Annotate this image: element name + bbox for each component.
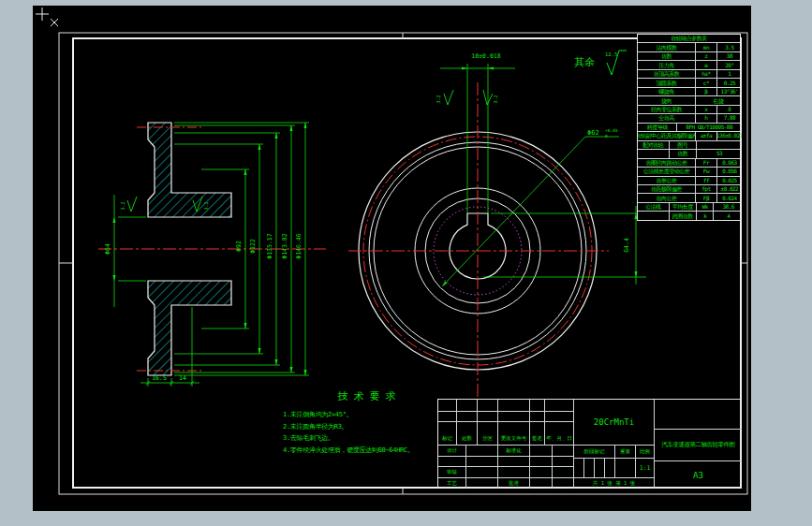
param-table-cell: 右旋 — [695, 96, 741, 104]
param-table-cell: 齿数 — [638, 52, 695, 60]
param-table-row: 顶隙系数c*0.25 — [638, 78, 740, 86]
tb-label-zone: 分区 — [478, 432, 498, 446]
param-table-row: 齿轮副中心距及其极限偏差a±fa136±0.027 — [638, 131, 740, 139]
param-table-cell: 齿轮副中心距及其极限偏差 — [638, 132, 695, 139]
param-table-cell: 齿向公差 — [638, 194, 695, 201]
tb-label-review: 审核 — [438, 467, 466, 478]
dim-bore-tol-upper: +0.03 — [605, 128, 618, 133]
param-table-row: 齿形公差ff0.025 — [638, 176, 740, 184]
tb-label-stage-mark: 阶段标记 — [574, 446, 615, 459]
param-table-cell: 法向模数 — [638, 43, 695, 51]
dim-bore-tol-lower: 0 — [605, 134, 608, 139]
param-table-cell: 3.5 — [716, 43, 742, 51]
param-table-cell: mn — [695, 43, 716, 51]
param-table-row: 齿数z38 — [638, 51, 740, 60]
param-table-row: 齿轮啮合参数表 — [638, 35, 740, 42]
tb-label-docno: 更改文件号 — [498, 432, 530, 446]
dim-bore-callout: Φ62 — [587, 129, 599, 137]
param-table-cell — [638, 150, 669, 157]
param-table-row: 旋向右旋 — [638, 95, 740, 104]
param-table-cell: a±fa — [695, 132, 716, 139]
param-table-cell: 公法线长度变动公差 — [638, 168, 695, 175]
dim-stack-5: Φ146.46 — [295, 233, 303, 258]
tb-label-design: 设计 — [438, 446, 466, 457]
param-table-cell: 8FH GB/T10095-88 — [676, 124, 741, 131]
surface-note-text: 其余 — [574, 56, 595, 68]
param-table-cell: 0.024 — [716, 194, 742, 201]
param-table-cell: 53 — [696, 150, 742, 157]
param-table-cell: 0.056 — [716, 168, 742, 175]
tb-scale-value: 1:1 — [636, 459, 655, 478]
tech-req-item: 4.零件经淬火处理后，硬度应达到60~64HRC。 — [283, 445, 456, 457]
tb-sheet-info: 共 1 张 第 1 张 — [574, 478, 655, 489]
param-table-cell: β — [695, 88, 716, 95]
param-table-row: 齿数53 — [638, 149, 740, 157]
tb-part-name: 汽车变速器第二轴齿轮零件图 — [655, 430, 742, 461]
param-table-cell: 0.025 — [716, 177, 742, 184]
dim-stack-3: Φ135.17 — [266, 233, 273, 258]
dim-width-outer: 16.5 — [152, 374, 167, 382]
roughness-value-hub-right: 3.2 — [203, 201, 209, 210]
tb-label-approve: 批准 — [498, 478, 530, 489]
param-table-cell: ff — [695, 177, 716, 184]
tb-label-count: 处数 — [457, 432, 478, 446]
roughness-value-keyway-left: 3.2 — [436, 95, 441, 103]
param-table-row: 齿向公差Fβ0.024 — [638, 193, 740, 201]
param-table-cell: Fw — [695, 168, 716, 175]
roughness-value-keyway-right: 3.2 — [493, 95, 498, 103]
param-table-cell: ha* — [695, 70, 716, 78]
param-table-cell: 136±0.027 — [716, 132, 742, 139]
technical-requirements: 技术要求 1.未注倒角均为2×45°。 2.未注圆角半径为R3。 3.去除毛刺飞… — [283, 389, 456, 456]
cad-viewer-canvas: 3.2 3.2 Φ64 Φ92 Φ122 Φ135.17 Φ143.82 Φ14… — [0, 0, 812, 526]
param-table-row: 公法线平均长度Wk38.6 — [638, 202, 740, 211]
param-table-cell: x — [695, 106, 716, 113]
tech-req-title: 技术要求 — [283, 389, 456, 403]
param-table-cell: 1 — [716, 70, 742, 78]
param-table-row: 齿距极限偏差fpt±0.022 — [638, 184, 740, 193]
param-table-row: 公法线长度变动公差Fw0.056 — [638, 167, 740, 175]
param-table-row: 径向变位系数x0 — [638, 105, 740, 113]
param-table-cell: 0.063 — [716, 159, 742, 167]
tb-label-mark: 标记 — [438, 432, 457, 446]
param-table-cell — [638, 212, 669, 219]
param-table-cell: 公法线 — [638, 203, 669, 211]
param-table-cell: 齿数 — [669, 150, 696, 157]
param-table-cell: 跨测齿数 — [669, 212, 696, 219]
param-table-cell: 齿轮啮合参数表 — [638, 35, 740, 42]
title-block: 标记 处数 分区 更改文件号 签名 年、月、日 设计 标准化 审核 工艺 批准 … — [437, 399, 741, 488]
surface-note-value: 12.5 — [605, 51, 617, 57]
tb-label-process: 工艺 — [438, 478, 466, 489]
tb-material: 20CrMnTi — [574, 400, 655, 446]
dim-keyway-width: 10±0.018 — [471, 52, 500, 60]
tech-req-item: 2.未注圆角半径为R3。 — [283, 421, 456, 433]
param-table-cell: Wk — [696, 203, 713, 211]
roughness-value-hub-left: 3.2 — [120, 201, 125, 210]
param-table-row: 配对齿轮图号 — [638, 140, 740, 149]
param-table-row: 法向模数mn3.5 — [638, 42, 740, 51]
param-table-cell: 38 — [716, 52, 742, 60]
param-table-cell: 4 — [713, 212, 743, 219]
tb-label-weight: 重量 — [615, 446, 636, 459]
param-table-cell: 13°36' — [716, 88, 742, 95]
param-table-cell: 图号 — [669, 141, 696, 149]
dim-width-hub: 14 — [179, 374, 186, 382]
param-table-cell: 齿顶高系数 — [638, 70, 695, 78]
param-table-cell: h — [695, 114, 716, 122]
tb-label-scale: 比例 — [636, 446, 655, 459]
tb-label-date: 年、月、日 — [545, 432, 574, 446]
param-table-cell: 全齿高 — [638, 114, 695, 122]
param-table-cell: 压力角 — [638, 61, 695, 68]
param-table-row: 螺旋角β13°36' — [638, 87, 740, 95]
dim-stack-2: Φ122 — [249, 239, 257, 254]
tech-req-item: 1.未注倒角均为2×45°。 — [283, 409, 456, 421]
param-table-cell: 精度等级 — [638, 124, 676, 131]
param-table-cell: 20° — [716, 61, 742, 68]
param-table-cell: Fr — [695, 159, 716, 167]
dim-stack-4: Φ143.82 — [281, 233, 288, 258]
dim-stack-1: Φ92 — [235, 241, 243, 252]
param-table-cell: 38.6 — [713, 203, 743, 211]
param-table-cell: 螺旋角 — [638, 88, 695, 95]
param-table-cell: fpt — [695, 185, 716, 193]
param-table-cell: 7.88 — [716, 114, 742, 122]
param-table-cell: 配对齿轮 — [638, 141, 669, 149]
